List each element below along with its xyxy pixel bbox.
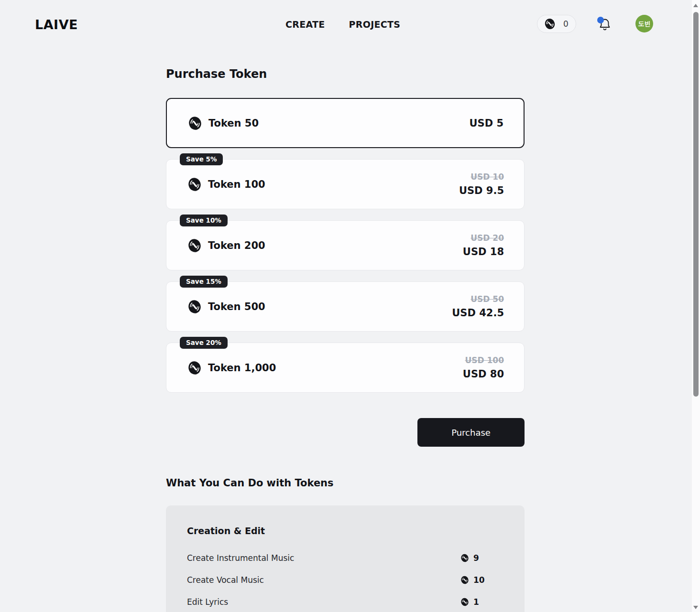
usage-row: Create Instrumental Music 9	[187, 547, 503, 569]
main-nav: CREATE PROJECTS	[285, 19, 400, 30]
nav-projects[interactable]: PROJECTS	[349, 19, 401, 30]
token-balance-pill[interactable]: 0	[537, 15, 576, 33]
token-option-price: USD 80	[463, 368, 504, 380]
token-option-50[interactable]: Token 50 USD 5	[166, 98, 525, 148]
save-badge: Save 20%	[180, 337, 228, 349]
app-logo[interactable]: LAIVE	[35, 17, 78, 32]
usage-item-cost: 9	[460, 553, 503, 563]
scroll-up-arrow[interactable]	[693, 4, 698, 7]
page-title: Purchase Token	[166, 67, 525, 81]
save-badge: Save 5%	[180, 153, 223, 165]
usage-group-title: Creation & Edit	[187, 526, 503, 536]
purchase-button[interactable]: Purchase	[417, 418, 525, 447]
user-avatar[interactable]: 도빈	[635, 15, 653, 32]
token-option-original-price: USD 10	[459, 172, 504, 182]
token-option-original-price: USD 50	[452, 294, 504, 304]
nav-create[interactable]: CREATE	[285, 19, 325, 30]
token-option-label: Token 50	[208, 118, 259, 129]
notification-dot	[597, 17, 604, 23]
token-option-500[interactable]: Save 15% Token 500 USD 50 USD 42.5	[166, 281, 525, 332]
usage-row: Create Vocal Music 10	[187, 569, 503, 591]
vinyl-disc-icon	[187, 238, 202, 253]
usage-card: Creation & Edit Create Instrumental Musi…	[166, 505, 525, 612]
vinyl-disc-icon	[544, 18, 556, 30]
usage-item-label: Create Vocal Music	[187, 575, 460, 585]
usage-row: Edit Lyrics 1	[187, 591, 503, 612]
usage-item-cost-value: 10	[473, 575, 485, 585]
token-option-original-price: USD 20	[463, 233, 504, 243]
token-option-label: Token 200	[208, 240, 265, 251]
usage-item-cost: 1	[460, 597, 503, 607]
token-option-original-price: USD 100	[463, 355, 504, 365]
token-option-200[interactable]: Save 10% Token 200 USD 20 USD 18	[166, 220, 525, 270]
usage-item-label: Create Instrumental Music	[187, 553, 460, 563]
token-balance-value: 0	[563, 19, 569, 29]
token-option-1000[interactable]: Save 20% Token 1,000 USD 100 USD 80	[166, 343, 525, 393]
usage-item-cost: 10	[460, 575, 503, 585]
app-header: LAIVE CREATE PROJECTS 0 도빈	[0, 0, 700, 48]
vinyl-disc-icon	[188, 116, 202, 130]
vinyl-disc-icon	[187, 361, 202, 375]
scrollbar-thumb[interactable]	[693, 12, 699, 397]
token-option-label: Token 500	[208, 301, 265, 312]
token-option-label: Token 1,000	[208, 362, 276, 374]
token-option-label: Token 100	[208, 179, 265, 190]
token-option-100[interactable]: Save 5% Token 100 USD 10 USD 9.5	[166, 159, 525, 209]
scroll-down-arrow[interactable]	[693, 606, 698, 609]
save-badge: Save 15%	[180, 276, 228, 288]
token-option-price: USD 9.5	[459, 185, 504, 196]
notifications-button[interactable]	[598, 17, 612, 32]
vinyl-disc-icon	[460, 576, 469, 584]
vinyl-disc-icon	[187, 300, 202, 314]
scrollbar	[692, 0, 700, 612]
vinyl-disc-icon	[187, 177, 202, 192]
main-content: Purchase Token Token 50 USD 5 Save 5% To…	[166, 67, 525, 612]
usage-list: Create Instrumental Music 9 Create Vocal…	[187, 547, 503, 612]
usage-item-cost-value: 1	[473, 597, 479, 607]
usage-item-label: Edit Lyrics	[187, 597, 460, 607]
usage-item-cost-value: 9	[473, 553, 479, 563]
usage-section-title: What You Can Do with Tokens	[166, 477, 525, 489]
save-badge: Save 10%	[180, 215, 228, 226]
vinyl-disc-icon	[460, 554, 469, 562]
token-option-price: USD 42.5	[452, 307, 504, 319]
vinyl-disc-icon	[460, 598, 469, 606]
token-option-price: USD 5	[469, 118, 503, 129]
token-option-price: USD 18	[463, 246, 504, 258]
